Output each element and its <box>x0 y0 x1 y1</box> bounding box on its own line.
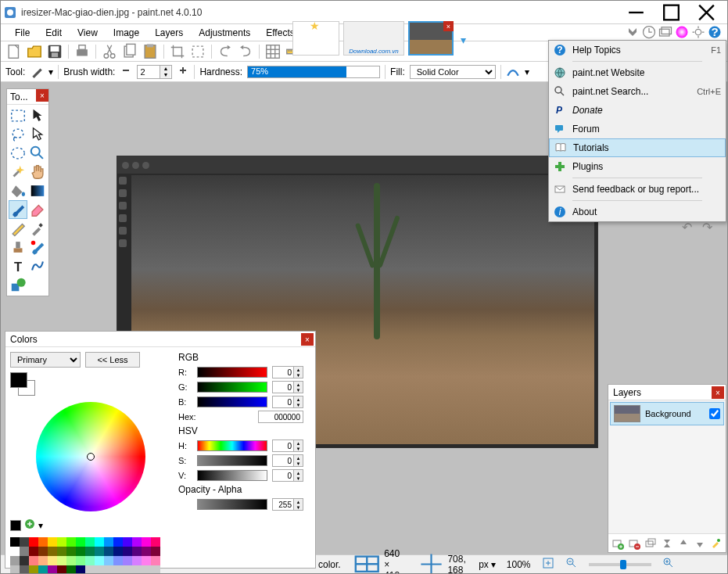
tool-clone-stamp[interactable] <box>9 238 27 257</box>
color-swatches[interactable] <box>10 372 34 396</box>
tool-shapes[interactable] <box>9 275 27 294</box>
palette-color[interactable] <box>132 537 142 547</box>
help-menu-plugins[interactable]: Plugins <box>549 157 726 176</box>
palette-color[interactable] <box>123 547 132 556</box>
image-list-dropdown-icon[interactable]: ▾ <box>461 34 466 46</box>
layer-item-background[interactable]: Background <box>610 402 724 425</box>
palette-color[interactable] <box>113 537 123 547</box>
tool-move-selection[interactable] <box>28 106 47 125</box>
image-thumbnail[interactable]: × <box>408 21 454 56</box>
palette-color[interactable] <box>142 537 151 547</box>
menu-image[interactable]: Image <box>106 25 147 41</box>
fill-select[interactable]: Solid Color <box>410 65 496 79</box>
help-menu-forum[interactable]: Forum <box>549 120 726 138</box>
help-menu-donate[interactable]: P Donate <box>549 101 726 120</box>
foreground-color-swatch[interactable] <box>10 372 27 388</box>
status-unit-select[interactable]: px ▾ <box>479 559 496 570</box>
paste-icon[interactable] <box>142 43 159 60</box>
tool-rectangle-select[interactable] <box>9 106 27 125</box>
hardness-slider[interactable]: 75% <box>247 66 380 78</box>
palette-color[interactable] <box>10 556 20 565</box>
palette-color[interactable] <box>132 556 142 565</box>
palette-color[interactable] <box>48 556 57 565</box>
palette-color[interactable] <box>57 565 66 574</box>
tools-window-close-icon[interactable]: × <box>36 89 48 102</box>
history-toggle-icon[interactable] <box>641 24 657 40</box>
brush-width-decrease-icon[interactable] <box>120 64 132 79</box>
palette-color[interactable] <box>10 537 20 547</box>
r-input[interactable]: ▲▼ <box>272 366 303 378</box>
new-file-icon[interactable] <box>5 43 23 60</box>
palette-color[interactable] <box>38 547 48 556</box>
tool-color-picker[interactable] <box>28 219 47 238</box>
palette-color[interactable] <box>20 556 29 565</box>
tool-pan[interactable] <box>28 163 47 181</box>
tool-eraser[interactable] <box>28 200 47 219</box>
color-mode-select[interactable]: Primary <box>10 352 81 368</box>
layer-moveup-icon[interactable] <box>677 537 690 550</box>
palette-color[interactable] <box>85 547 95 556</box>
palette-color[interactable] <box>57 537 66 547</box>
palette-color[interactable] <box>123 556 132 565</box>
antialias-icon[interactable] <box>506 63 520 80</box>
history-undo-icon[interactable]: ↶ <box>682 220 698 235</box>
menu-file[interactable]: File <box>7 25 38 41</box>
palette-color[interactable] <box>66 547 76 556</box>
palette-color[interactable] <box>76 547 85 556</box>
palette-color[interactable] <box>95 547 104 556</box>
layer-properties-icon[interactable] <box>709 537 722 550</box>
palette-color[interactable] <box>10 565 20 574</box>
palette-color[interactable] <box>151 556 160 565</box>
tool-move-pixels[interactable] <box>28 125 47 144</box>
settings-icon[interactable] <box>690 24 706 40</box>
menu-layers[interactable]: Layers <box>147 25 191 41</box>
hex-input[interactable] <box>258 411 303 423</box>
current-color-swatch[interactable] <box>10 520 21 531</box>
tools-toggle-icon[interactable] <box>625 24 640 40</box>
redo-icon[interactable] <box>237 43 254 60</box>
alpha-input[interactable]: ▲▼ <box>272 498 303 511</box>
palette-color[interactable] <box>85 565 95 574</box>
palette-color[interactable] <box>48 537 57 547</box>
close-button[interactable] <box>689 2 724 23</box>
zoom-window-icon[interactable] <box>542 557 554 572</box>
palette-color[interactable] <box>132 565 142 574</box>
palette-color[interactable] <box>104 556 113 565</box>
colors-toggle-icon[interactable] <box>674 24 690 40</box>
layers-window-title[interactable]: Layers × <box>608 385 726 400</box>
tool-paint-bucket[interactable] <box>9 181 27 200</box>
palette-color[interactable] <box>20 537 29 547</box>
menu-view[interactable]: View <box>70 25 106 41</box>
palette-menu-icon[interactable]: ▾ <box>38 520 43 531</box>
palette-color[interactable] <box>104 537 113 547</box>
color-wheel-cursor[interactable] <box>87 453 95 461</box>
print-icon[interactable] <box>74 43 91 60</box>
palette-color[interactable] <box>66 537 76 547</box>
palette-color[interactable] <box>38 537 48 547</box>
palette-add-icon[interactable] <box>23 518 36 533</box>
palette-color[interactable] <box>57 547 66 556</box>
palette-color[interactable] <box>38 565 48 574</box>
r-slider[interactable] <box>197 367 267 378</box>
less-button[interactable]: << Less <box>85 352 140 368</box>
zoom-out-icon[interactable] <box>565 557 578 572</box>
tool-gradient[interactable] <box>28 181 47 200</box>
grid-icon[interactable] <box>264 43 282 60</box>
image-thumbnail-close-icon[interactable]: × <box>443 21 454 31</box>
layers-window-close-icon[interactable]: × <box>712 386 724 399</box>
v-input[interactable]: ▲▼ <box>272 469 303 482</box>
alpha-slider[interactable] <box>197 499 267 510</box>
current-tool-icon[interactable] <box>30 65 44 79</box>
palette-color[interactable] <box>132 547 142 556</box>
crop-icon[interactable] <box>169 43 186 60</box>
deselect-icon[interactable] <box>189 43 206 60</box>
color-palette[interactable] <box>10 537 170 574</box>
palette-color[interactable] <box>95 565 104 574</box>
palette-color[interactable] <box>85 556 95 565</box>
palette-color[interactable] <box>76 537 85 547</box>
layer-duplicate-icon[interactable] <box>644 537 657 550</box>
palette-color[interactable] <box>66 565 76 574</box>
palette-color[interactable] <box>142 556 151 565</box>
g-input[interactable]: ▲▼ <box>272 381 303 393</box>
help-menu-about[interactable]: i About <box>549 203 726 221</box>
